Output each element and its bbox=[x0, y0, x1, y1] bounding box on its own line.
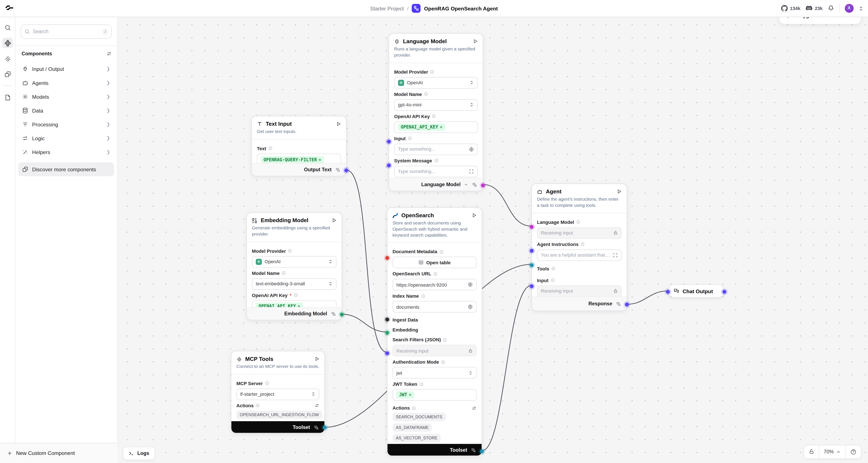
inspect-output-icon[interactable] bbox=[335, 167, 340, 172]
inspect-output-icon[interactable] bbox=[331, 311, 336, 316]
rail-blocks-icon[interactable] bbox=[2, 69, 12, 79]
chevron-down-icon[interactable] bbox=[464, 182, 468, 187]
node-language-model[interactable]: Language Model Runs a language model giv… bbox=[389, 33, 483, 191]
node-mcp-tools[interactable]: MCP Tools Connect to an MCP server to us… bbox=[231, 351, 325, 433]
info-icon[interactable] bbox=[430, 70, 434, 74]
flow-title[interactable]: OpenRAG OpenSearch Agent bbox=[424, 5, 498, 11]
jwt-token-field[interactable]: JWT× bbox=[393, 389, 477, 401]
system-message-field[interactable]: Type something... bbox=[394, 166, 477, 177]
logs-button[interactable]: Logs bbox=[123, 446, 155, 460]
node-embedding-model[interactable]: Embedding Model Generate embeddings usin… bbox=[246, 212, 342, 320]
model-name-select[interactable]: text-embedding-3-small bbox=[252, 278, 337, 290]
info-icon[interactable] bbox=[294, 293, 298, 297]
response-output-handle[interactable] bbox=[625, 302, 629, 307]
toolset-output-handle[interactable] bbox=[322, 426, 327, 429]
embedding-handle[interactable] bbox=[385, 331, 389, 335]
run-node-button[interactable] bbox=[332, 218, 336, 223]
input-field[interactable]: Type something... bbox=[394, 143, 477, 155]
remove-tag-icon[interactable]: × bbox=[318, 157, 321, 162]
info-icon[interactable] bbox=[265, 381, 269, 385]
info-icon[interactable] bbox=[441, 360, 445, 364]
zoom-level-button[interactable]: 70% bbox=[819, 445, 845, 458]
sidebar-item-data[interactable]: Data❯ bbox=[18, 104, 114, 117]
agent-language-model-handle[interactable] bbox=[530, 225, 534, 229]
auth-mode-select[interactable]: jwt bbox=[393, 367, 477, 379]
run-node-button[interactable] bbox=[472, 213, 476, 218]
info-icon[interactable] bbox=[269, 146, 272, 150]
chat-input-handle[interactable] bbox=[666, 290, 670, 293]
model-name-select[interactable]: gpt-4o-mini bbox=[394, 99, 477, 111]
sidebar-item-models[interactable]: Models❯ bbox=[18, 90, 114, 104]
global-variable-tag[interactable]: JWT× bbox=[396, 392, 414, 399]
document-metadata-handle[interactable] bbox=[385, 256, 389, 260]
avatar[interactable] bbox=[845, 4, 854, 13]
node-opensearch[interactable]: OpenSearch Store and search documents us… bbox=[387, 207, 482, 456]
inspect-output-icon[interactable] bbox=[313, 424, 319, 430]
expand-icon[interactable] bbox=[469, 169, 474, 174]
expand-icon[interactable] bbox=[613, 253, 618, 257]
account-chevrons-icon[interactable] bbox=[859, 6, 864, 11]
info-icon[interactable] bbox=[408, 136, 412, 140]
info-icon[interactable] bbox=[443, 338, 447, 342]
sliders-icon[interactable] bbox=[314, 403, 319, 408]
sidebar-item-input-output[interactable]: Input / Output❯ bbox=[18, 62, 114, 76]
notification-bell-icon[interactable] bbox=[828, 5, 834, 11]
run-node-button[interactable] bbox=[336, 121, 341, 126]
info-icon[interactable] bbox=[421, 294, 425, 298]
api-key-field[interactable]: OPENAI_API_KEY× bbox=[394, 121, 477, 133]
info-icon[interactable] bbox=[256, 404, 260, 407]
embedding-output-handle[interactable] bbox=[340, 313, 344, 316]
run-node-button[interactable] bbox=[473, 39, 477, 44]
output-handle[interactable] bbox=[344, 169, 348, 172]
opensearch-url-field[interactable]: https://opensearch:9200 bbox=[393, 279, 477, 291]
rail-search-icon[interactable] bbox=[2, 22, 12, 33]
remove-tag-icon[interactable]: × bbox=[409, 393, 411, 398]
info-icon[interactable] bbox=[433, 272, 437, 276]
info-icon[interactable] bbox=[551, 267, 555, 270]
info-icon[interactable] bbox=[581, 242, 585, 246]
mcp-server-select[interactable]: lf-starter_project bbox=[236, 388, 319, 400]
action-tag[interactable]: AS_VECTOR_STORE bbox=[393, 434, 441, 442]
action-tag[interactable]: OPENSEARCH_URL_INGESTION_FLOW bbox=[236, 410, 322, 419]
input-handle[interactable] bbox=[387, 140, 391, 143]
sliders-icon[interactable] bbox=[472, 406, 476, 410]
action-tag[interactable]: SEARCH_DOCUMENTS bbox=[393, 413, 445, 421]
help-button[interactable] bbox=[845, 445, 861, 458]
rail-notes-icon[interactable] bbox=[2, 92, 12, 102]
toolset-output-handle[interactable] bbox=[480, 450, 484, 453]
open-table-button[interactable]: Open table bbox=[393, 257, 477, 268]
breadcrumb-project[interactable]: Starter Project bbox=[370, 5, 404, 11]
langflow-logo[interactable] bbox=[5, 4, 14, 13]
ingest-data-handle[interactable] bbox=[385, 317, 389, 321]
sidebar-item-logic[interactable]: Logic❯ bbox=[18, 131, 114, 145]
rail-bundles-icon[interactable] bbox=[2, 53, 12, 64]
agent-instructions-handle[interactable] bbox=[530, 249, 534, 253]
filter-sliders-icon[interactable] bbox=[106, 51, 112, 57]
remove-tag-icon[interactable]: × bbox=[440, 124, 442, 129]
info-icon[interactable] bbox=[424, 92, 428, 96]
node-chat-output[interactable]: Chat Output bbox=[668, 284, 724, 298]
model-provider-select[interactable]: ✳ OpenAI bbox=[394, 77, 477, 88]
search-filters-handle[interactable] bbox=[385, 351, 389, 355]
index-name-field[interactable]: documents bbox=[393, 301, 477, 313]
inspect-output-icon[interactable] bbox=[616, 301, 621, 307]
language-model-output-handle[interactable] bbox=[481, 183, 485, 187]
info-icon[interactable] bbox=[420, 382, 423, 386]
model-provider-select[interactable]: ✳ OpenAI bbox=[252, 256, 337, 267]
info-icon[interactable] bbox=[432, 114, 436, 118]
node-agent[interactable]: Agent Define the agent's instructions, t… bbox=[531, 183, 627, 311]
global-variable-tag[interactable]: OPENAI_API_KEY× bbox=[398, 123, 445, 131]
action-tag[interactable]: AS_DATAFRAME bbox=[393, 424, 432, 432]
info-icon[interactable] bbox=[282, 271, 286, 275]
lock-canvas-button[interactable] bbox=[804, 445, 819, 458]
global-variable-tag[interactable]: OPENRAG-QUERY-FILTER× bbox=[261, 156, 324, 164]
sidebar-item-agents[interactable]: Agents❯ bbox=[18, 76, 114, 90]
agent-input-handle[interactable] bbox=[530, 284, 534, 288]
new-custom-component-button[interactable]: + New Custom Component bbox=[0, 442, 117, 463]
inspect-output-icon[interactable] bbox=[470, 447, 476, 453]
info-icon[interactable] bbox=[434, 158, 438, 162]
github-stars[interactable]: 134k bbox=[781, 5, 800, 11]
sidebar-item-processing[interactable]: Processing❯ bbox=[18, 117, 114, 131]
search-input[interactable]: Search / bbox=[21, 25, 112, 39]
agent-tools-handle[interactable] bbox=[530, 263, 534, 267]
